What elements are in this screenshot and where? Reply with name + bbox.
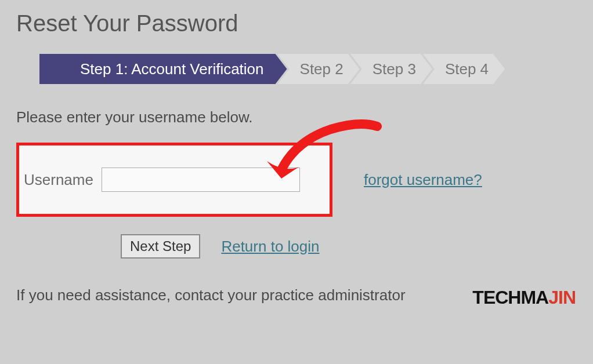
forgot-username-link[interactable]: forgot username? (364, 171, 482, 189)
username-highlight-box: Username (16, 143, 332, 217)
return-to-login-link[interactable]: Return to login (221, 238, 319, 256)
next-step-button[interactable]: Next Step (121, 234, 200, 259)
page-title: Reset Your Password (16, 10, 577, 37)
instruction-text: Please enter your username below. (16, 108, 577, 126)
watermark-part1: TECH (472, 287, 520, 308)
step-2: Step 2 (278, 54, 360, 84)
progress-stepper: Step 1: Account Verification Step 2 Step… (39, 54, 577, 84)
actions-row: Next Step Return to login (121, 234, 577, 259)
step-4: Step 4 (423, 54, 505, 84)
step-3: Step 3 (350, 54, 432, 84)
username-row: Username forgot username? (16, 143, 577, 217)
username-input[interactable] (102, 168, 300, 192)
watermark-part3: JIN (548, 287, 576, 308)
step-1: Step 1: Account Verification (39, 54, 287, 84)
watermark-part2: MA (520, 287, 548, 308)
username-label: Username (24, 171, 93, 189)
watermark-logo: TECHMAJIN (472, 287, 576, 308)
